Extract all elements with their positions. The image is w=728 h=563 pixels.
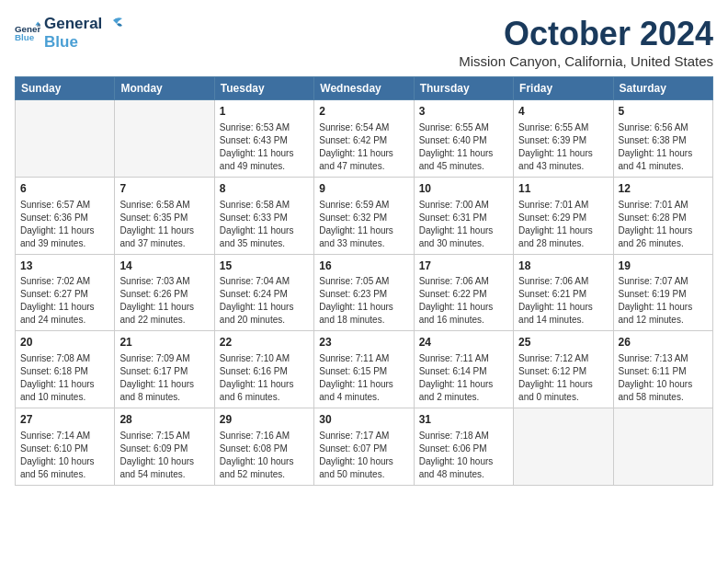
day-number: 26 [619, 335, 708, 350]
day-info: Sunrise: 7:16 AM Sunset: 6:08 PM Dayligh… [220, 430, 309, 481]
day-cell: 9Sunrise: 6:59 AM Sunset: 6:32 PM Daylig… [314, 177, 414, 254]
day-info: Sunrise: 7:03 AM Sunset: 6:26 PM Dayligh… [119, 275, 209, 327]
day-info: Sunrise: 7:13 AM Sunset: 6:11 PM Dayligh… [619, 352, 708, 404]
day-info: Sunrise: 6:54 AM Sunset: 6:42 PM Dayligh… [319, 121, 408, 173]
header: General Blue General Blue October 2024 M… [15, 15, 713, 69]
weekday-header-sunday: Sunday [16, 77, 115, 100]
weekday-header-saturday: Saturday [613, 77, 712, 100]
day-cell: 18Sunrise: 7:06 AM Sunset: 6:21 PM Dayli… [514, 254, 613, 331]
logo-icon: General Blue [15, 20, 40, 46]
day-number: 21 [119, 335, 209, 350]
day-info: Sunrise: 7:07 AM Sunset: 6:19 PM Dayligh… [619, 275, 708, 327]
day-number: 19 [619, 259, 708, 274]
calendar: SundayMondayTuesdayWednesdayThursdayFrid… [15, 76, 713, 486]
day-info: Sunrise: 6:56 AM Sunset: 6:38 PM Dayligh… [619, 121, 708, 173]
day-info: Sunrise: 7:10 AM Sunset: 6:16 PM Dayligh… [220, 352, 309, 404]
day-number: 8 [220, 181, 309, 197]
day-cell: 15Sunrise: 7:04 AM Sunset: 6:24 PM Dayli… [214, 254, 313, 331]
day-cell: 1Sunrise: 6:53 AM Sunset: 6:43 PM Daylig… [214, 100, 313, 178]
day-info: Sunrise: 7:08 AM Sunset: 6:18 PM Dayligh… [20, 352, 109, 404]
weekday-header-wednesday: Wednesday [314, 77, 414, 100]
day-cell: 26Sunrise: 7:13 AM Sunset: 6:11 PM Dayli… [613, 331, 712, 408]
day-cell: 6Sunrise: 6:57 AM Sunset: 6:36 PM Daylig… [16, 177, 115, 254]
day-number: 5 [619, 104, 708, 120]
day-number: 4 [518, 104, 608, 120]
day-cell: 30Sunrise: 7:17 AM Sunset: 6:07 PM Dayli… [314, 408, 414, 486]
logo-text-blue: Blue [44, 33, 124, 52]
day-cell: 19Sunrise: 7:07 AM Sunset: 6:19 PM Dayli… [613, 254, 712, 331]
weekday-header-row: SundayMondayTuesdayWednesdayThursdayFrid… [16, 77, 713, 100]
day-cell: 20Sunrise: 7:08 AM Sunset: 6:18 PM Dayli… [16, 331, 115, 408]
day-info: Sunrise: 6:57 AM Sunset: 6:36 PM Dayligh… [20, 199, 109, 250]
weekday-header-tuesday: Tuesday [214, 77, 313, 100]
day-number: 16 [319, 259, 408, 274]
day-info: Sunrise: 6:59 AM Sunset: 6:32 PM Dayligh… [319, 199, 408, 250]
weekday-header-friday: Friday [514, 77, 613, 100]
day-cell: 7Sunrise: 6:58 AM Sunset: 6:35 PM Daylig… [115, 177, 214, 254]
day-cell: 5Sunrise: 6:56 AM Sunset: 6:38 PM Daylig… [613, 100, 712, 178]
day-number: 22 [220, 335, 309, 350]
day-cell [613, 408, 712, 486]
day-number: 24 [419, 335, 508, 350]
day-cell [514, 408, 613, 486]
location-title: Mission Canyon, California, United State… [459, 53, 713, 69]
week-row-4: 20Sunrise: 7:08 AM Sunset: 6:18 PM Dayli… [16, 331, 713, 408]
day-number: 1 [220, 104, 309, 120]
day-cell: 27Sunrise: 7:14 AM Sunset: 6:10 PM Dayli… [16, 408, 115, 486]
day-number: 11 [518, 181, 608, 197]
day-cell: 4Sunrise: 6:55 AM Sunset: 6:39 PM Daylig… [514, 100, 613, 178]
day-number: 2 [319, 104, 408, 120]
day-info: Sunrise: 7:17 AM Sunset: 6:07 PM Dayligh… [319, 430, 408, 481]
day-info: Sunrise: 7:06 AM Sunset: 6:21 PM Dayligh… [518, 275, 608, 327]
day-number: 6 [20, 181, 109, 197]
weekday-header-monday: Monday [115, 77, 214, 100]
day-number: 12 [619, 181, 708, 197]
day-info: Sunrise: 6:58 AM Sunset: 6:33 PM Dayligh… [220, 199, 309, 250]
day-number: 20 [20, 335, 109, 350]
day-info: Sunrise: 6:55 AM Sunset: 6:39 PM Dayligh… [518, 121, 608, 173]
day-info: Sunrise: 7:09 AM Sunset: 6:17 PM Dayligh… [119, 352, 209, 404]
week-row-1: 1Sunrise: 6:53 AM Sunset: 6:43 PM Daylig… [16, 100, 713, 178]
day-info: Sunrise: 7:06 AM Sunset: 6:22 PM Dayligh… [419, 275, 508, 327]
day-number: 7 [119, 181, 209, 197]
day-cell: 10Sunrise: 7:00 AM Sunset: 6:31 PM Dayli… [414, 177, 513, 254]
day-cell: 13Sunrise: 7:02 AM Sunset: 6:27 PM Dayli… [16, 254, 115, 331]
day-info: Sunrise: 7:00 AM Sunset: 6:31 PM Dayligh… [419, 199, 508, 250]
day-cell: 28Sunrise: 7:15 AM Sunset: 6:09 PM Dayli… [115, 408, 214, 486]
logo-text-general: General [44, 15, 102, 33]
title-area: October 2024 Mission Canyon, California,… [459, 15, 713, 69]
day-cell: 22Sunrise: 7:10 AM Sunset: 6:16 PM Dayli… [214, 331, 313, 408]
day-cell: 11Sunrise: 7:01 AM Sunset: 6:29 PM Dayli… [514, 177, 613, 254]
day-info: Sunrise: 7:11 AM Sunset: 6:15 PM Dayligh… [319, 352, 408, 404]
day-info: Sunrise: 7:11 AM Sunset: 6:14 PM Dayligh… [419, 352, 508, 404]
day-number: 25 [518, 335, 608, 350]
day-number: 29 [220, 412, 309, 428]
day-info: Sunrise: 6:55 AM Sunset: 6:40 PM Dayligh… [419, 121, 508, 173]
day-number: 30 [319, 412, 408, 428]
day-cell: 12Sunrise: 7:01 AM Sunset: 6:28 PM Dayli… [613, 177, 712, 254]
day-cell: 21Sunrise: 7:09 AM Sunset: 6:17 PM Dayli… [115, 331, 214, 408]
day-cell [115, 100, 214, 178]
svg-text:Blue: Blue [15, 32, 35, 42]
day-cell: 2Sunrise: 6:54 AM Sunset: 6:42 PM Daylig… [314, 100, 414, 178]
day-number: 18 [518, 259, 608, 274]
week-row-2: 6Sunrise: 6:57 AM Sunset: 6:36 PM Daylig… [16, 177, 713, 254]
day-number: 3 [419, 104, 508, 120]
day-number: 9 [319, 181, 408, 197]
day-number: 17 [419, 259, 508, 274]
day-info: Sunrise: 7:05 AM Sunset: 6:23 PM Dayligh… [319, 275, 408, 327]
day-info: Sunrise: 7:02 AM Sunset: 6:27 PM Dayligh… [20, 275, 109, 327]
day-cell: 14Sunrise: 7:03 AM Sunset: 6:26 PM Dayli… [115, 254, 214, 331]
day-number: 27 [20, 412, 109, 428]
day-cell: 17Sunrise: 7:06 AM Sunset: 6:22 PM Dayli… [414, 254, 513, 331]
logo-bird-icon [104, 17, 124, 31]
day-info: Sunrise: 6:58 AM Sunset: 6:35 PM Dayligh… [119, 199, 209, 250]
month-title: October 2024 [459, 15, 713, 53]
day-cell: 25Sunrise: 7:12 AM Sunset: 6:12 PM Dayli… [514, 331, 613, 408]
day-number: 28 [119, 412, 209, 428]
weekday-header-thursday: Thursday [414, 77, 513, 100]
day-cell: 31Sunrise: 7:18 AM Sunset: 6:06 PM Dayli… [414, 408, 513, 486]
day-cell: 3Sunrise: 6:55 AM Sunset: 6:40 PM Daylig… [414, 100, 513, 178]
day-cell: 29Sunrise: 7:16 AM Sunset: 6:08 PM Dayli… [214, 408, 313, 486]
day-number: 13 [20, 259, 109, 274]
